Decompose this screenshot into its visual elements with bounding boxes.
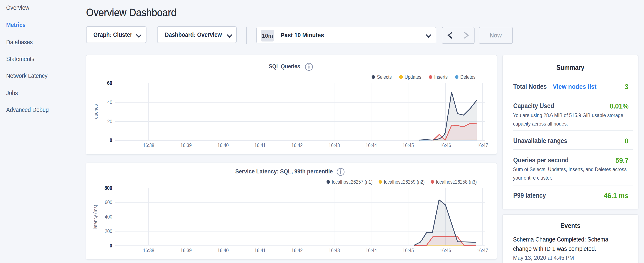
- svg-text:16:38: 16:38: [143, 143, 154, 148]
- svg-text:Updates: Updates: [404, 74, 422, 80]
- svg-text:16:46: 16:46: [440, 248, 451, 253]
- svg-text:16:47: 16:47: [477, 248, 488, 253]
- svg-text:localhost:26258 (n3): localhost:26258 (n3): [436, 179, 477, 185]
- svg-text:200: 200: [105, 228, 112, 234]
- svg-text:0: 0: [110, 137, 112, 143]
- svg-text:16:42: 16:42: [292, 248, 303, 253]
- svg-text:60: 60: [107, 80, 112, 86]
- svg-text:16:38: 16:38: [143, 248, 154, 253]
- svg-text:latency (ms): latency (ms): [93, 205, 98, 229]
- svg-text:16:40: 16:40: [218, 143, 229, 148]
- svg-text:16:45: 16:45: [403, 248, 414, 253]
- svg-text:16:44: 16:44: [366, 248, 377, 253]
- svg-text:40: 40: [107, 100, 112, 105]
- svg-text:localhost:26257 (n1): localhost:26257 (n1): [332, 179, 372, 185]
- svg-text:400: 400: [105, 214, 112, 220]
- svg-text:16:40: 16:40: [218, 248, 229, 253]
- svg-text:16:39: 16:39: [180, 248, 192, 253]
- svg-text:Deletes: Deletes: [460, 74, 476, 80]
- svg-text:16:39: 16:39: [180, 143, 192, 148]
- svg-text:16:43: 16:43: [329, 248, 340, 253]
- svg-text:Inserts: Inserts: [434, 74, 448, 80]
- svg-text:16:41: 16:41: [254, 248, 266, 253]
- svg-text:Selects: Selects: [377, 74, 392, 80]
- svg-text:SQL Queries: SQL Queries: [269, 63, 300, 70]
- svg-text:16:46: 16:46: [440, 143, 451, 148]
- svg-text:0: 0: [110, 243, 112, 249]
- svg-text:16:41: 16:41: [254, 143, 266, 148]
- svg-text:600: 600: [105, 200, 112, 205]
- svg-text:16:47: 16:47: [477, 143, 488, 148]
- svg-text:16:43: 16:43: [329, 143, 340, 148]
- svg-text:16:42: 16:42: [292, 143, 303, 148]
- svg-text:16:44: 16:44: [366, 143, 377, 148]
- svg-text:16:45: 16:45: [403, 143, 414, 148]
- svg-text:localhost:26259 (n2): localhost:26259 (n2): [384, 179, 424, 185]
- svg-text:20: 20: [107, 119, 112, 124]
- svg-text:Service Latency: SQL, 99th per: Service Latency: SQL, 99th percentile: [235, 168, 333, 175]
- svg-text:queries: queries: [93, 104, 99, 119]
- svg-text:800: 800: [104, 185, 112, 191]
